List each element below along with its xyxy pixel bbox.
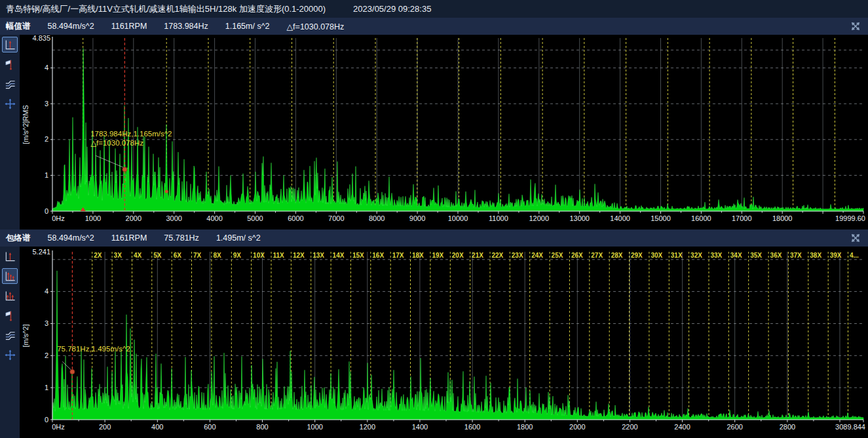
svg-text:9X: 9X [233, 252, 242, 259]
svg-text:19999.60: 19999.60 [835, 214, 865, 222]
svg-text:0: 0 [45, 416, 48, 424]
sidebands-cursor-icon[interactable] [2, 288, 18, 304]
measurement-path: 青岛特钢/高线厂/一高线/11V立式轧机/减速机1轴输出5H/128k 加速度波… [6, 3, 326, 15]
svg-text:7000: 7000 [328, 214, 344, 222]
flag-icon[interactable] [2, 308, 18, 323]
amplitude-panel-title: 幅值谱 [6, 21, 31, 32]
svg-text:2000: 2000 [126, 214, 142, 222]
svg-text:39X: 39X [830, 252, 842, 259]
svg-text:26X: 26X [571, 252, 583, 259]
svg-text:18X: 18X [412, 252, 424, 259]
svg-text:1600: 1600 [464, 423, 480, 431]
amplitude-panel-body: 0Hz1000200030004000500060007000800090001… [0, 35, 868, 229]
svg-text:1000: 1000 [85, 214, 101, 222]
svg-text:11X: 11X [273, 252, 285, 259]
stat-value: 1161RPM [111, 22, 147, 31]
svg-text:5.241: 5.241 [32, 248, 50, 256]
stat-value: 1783.984Hz [164, 22, 208, 31]
svg-text:1783.984Hz,1.165m/s^2: 1783.984Hz,1.165m/s^2 [90, 130, 172, 138]
svg-text:34X: 34X [730, 252, 742, 259]
svg-text:7X: 7X [193, 252, 202, 259]
svg-text:3X: 3X [114, 252, 123, 259]
cursor-icon[interactable] [2, 37, 18, 52]
svg-text:0: 0 [45, 207, 48, 215]
waterfall-icon[interactable] [2, 76, 18, 92]
panel-envelope-spectrum: 包络谱 58.494m/s^21161RPM75.781Hz1.495m/ s^… [0, 229, 868, 438]
expand-icon[interactable] [850, 20, 861, 32]
svg-text:2: 2 [45, 351, 48, 359]
envelope-panel-title: 包络谱 [6, 233, 31, 244]
stat-value: 58.494m/s^2 [48, 233, 94, 243]
svg-text:2X: 2X [94, 252, 102, 259]
svg-text:800: 800 [256, 423, 268, 431]
waterfall-icon[interactable] [2, 327, 18, 343]
svg-text:2: 2 [45, 135, 48, 143]
svg-text:17X: 17X [392, 252, 404, 259]
svg-text:5X: 5X [153, 252, 162, 259]
svg-text:2000: 2000 [569, 423, 585, 431]
cursor-icon[interactable] [2, 249, 18, 264]
svg-text:6000: 6000 [288, 214, 303, 222]
svg-text:400: 400 [151, 423, 163, 431]
svg-text:20X: 20X [452, 252, 464, 259]
amplitude-chart-toolbar [0, 35, 20, 229]
timestamp: 2023/05/29 09:28:35 [353, 4, 431, 14]
svg-text:3000: 3000 [166, 214, 181, 222]
svg-text:3: 3 [45, 319, 48, 327]
svg-text:10000: 10000 [448, 214, 468, 222]
svg-text:13X: 13X [312, 252, 324, 259]
amplitude-panel-header: 幅值谱 58.494m/s^21161RPM1783.984Hz1.165m/ … [0, 18, 868, 35]
svg-text:37X: 37X [790, 252, 802, 259]
svg-text:9000: 9000 [409, 214, 425, 222]
svg-text:0Hz: 0Hz [52, 214, 65, 222]
svg-text:24X: 24X [531, 252, 543, 259]
envelope-spectrum-chart[interactable]: 2X3X4X5X6X7X8X9X10X11X12X13X14X15X16X17X… [20, 247, 868, 438]
vibration-analysis-app: 青岛特钢/高线厂/一高线/11V立式轧机/减速机1轴输出5H/128k 加速度波… [0, 0, 868, 438]
svg-text:16X: 16X [372, 252, 384, 259]
svg-text:38X: 38X [810, 252, 821, 259]
svg-text:32X: 32X [690, 252, 702, 259]
svg-text:33X: 33X [711, 252, 723, 259]
svg-text:75.781Hz,1.495m/s^2: 75.781Hz,1.495m/s^2 [57, 345, 130, 353]
harmonics-cursor-icon[interactable] [2, 268, 18, 284]
svg-text:2600: 2600 [726, 423, 742, 431]
svg-text:4: 4 [45, 64, 48, 71]
svg-text:5000: 5000 [247, 214, 263, 222]
amplitude-panel-stats: 58.494m/s^21161RPM1783.984Hz1.165m/ s^2△… [48, 22, 345, 31]
svg-text:27X: 27X [591, 252, 603, 259]
svg-text:1200: 1200 [360, 423, 375, 431]
envelope-panel-stats: 58.494m/s^21161RPM75.781Hz1.495m/ s^2 [48, 233, 261, 243]
svg-text:0Hz: 0Hz [52, 423, 65, 431]
svg-text:14000: 14000 [610, 214, 630, 222]
svg-text:15000: 15000 [651, 214, 671, 222]
amplitude-spectrum-chart[interactable]: 0Hz1000200030004000500060007000800090001… [20, 35, 868, 229]
svg-text:1400: 1400 [412, 423, 428, 431]
svg-text:31X: 31X [671, 252, 683, 259]
stat-value: 58.494m/s^2 [48, 22, 94, 31]
svg-text:36X: 36X [770, 252, 782, 259]
svg-text:2800: 2800 [780, 423, 795, 431]
svg-text:2200: 2200 [622, 423, 637, 431]
flag-icon[interactable] [2, 56, 18, 72]
svg-text:4...: 4... [850, 252, 859, 259]
svg-text:25X: 25X [552, 252, 563, 259]
svg-text:6X: 6X [174, 252, 182, 259]
envelope-chart-toolbar [0, 247, 20, 438]
svg-text:4.835: 4.835 [32, 35, 50, 42]
svg-text:8000: 8000 [369, 214, 385, 222]
svg-text:4: 4 [45, 287, 48, 295]
svg-text:18000: 18000 [772, 214, 793, 222]
expand-icon[interactable] [850, 232, 861, 244]
svg-text:3: 3 [45, 100, 48, 108]
stat-value: 75.781Hz [164, 233, 199, 243]
envelope-panel-header: 包络谱 58.494m/s^21161RPM75.781Hz1.495m/ s^… [0, 229, 868, 247]
stat-value: 1.495m/ s^2 [216, 233, 261, 243]
stat-value: 1161RPM [111, 233, 147, 243]
svg-text:11000: 11000 [489, 214, 508, 222]
svg-text:23X: 23X [512, 252, 523, 259]
svg-text:4X: 4X [134, 252, 142, 259]
pan-icon[interactable] [2, 96, 18, 111]
svg-text:1: 1 [45, 384, 48, 391]
app-header: 青岛特钢/高线厂/一高线/11V立式轧机/减速机1轴输出5H/128k 加速度波… [0, 0, 868, 18]
pan-icon[interactable] [2, 347, 18, 363]
